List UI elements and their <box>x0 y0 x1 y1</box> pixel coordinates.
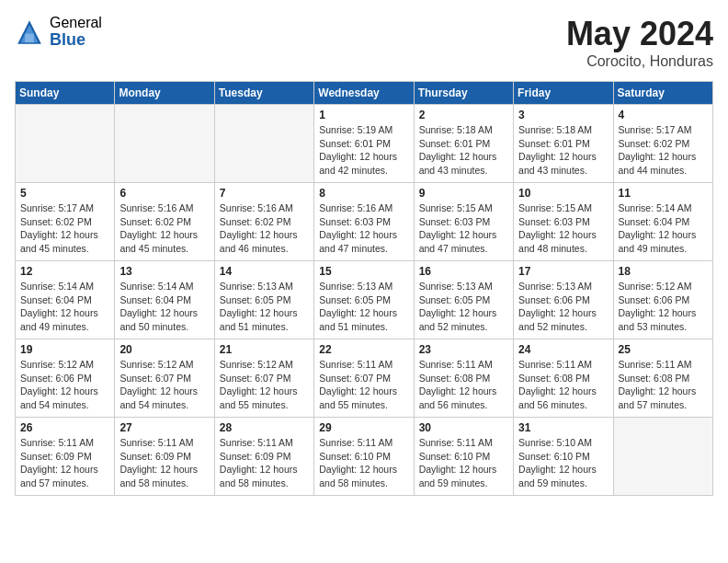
day-number: 13 <box>119 265 209 278</box>
day-number: 5 <box>20 187 109 200</box>
day-info: Sunrise: 5:11 AMSunset: 6:08 PMDaylight:… <box>518 358 608 412</box>
day-info: Sunrise: 5:13 AMSunset: 6:06 PMDaylight:… <box>518 280 608 334</box>
week-row-3: 12Sunrise: 5:14 AMSunset: 6:04 PMDayligh… <box>16 261 713 339</box>
calendar-cell: 4Sunrise: 5:17 AMSunset: 6:02 PMDaylight… <box>613 105 712 183</box>
day-info: Sunrise: 5:11 AMSunset: 6:10 PMDaylight:… <box>319 436 408 490</box>
calendar-cell: 21Sunrise: 5:12 AMSunset: 6:07 PMDayligh… <box>214 339 313 418</box>
calendar-cell: 13Sunrise: 5:14 AMSunset: 6:04 PMDayligh… <box>115 261 214 339</box>
day-number: 26 <box>20 421 109 434</box>
week-row-1: 1Sunrise: 5:19 AMSunset: 6:01 PMDaylight… <box>16 105 713 183</box>
day-info: Sunrise: 5:11 AMSunset: 6:08 PMDaylight:… <box>619 358 708 412</box>
day-info: Sunrise: 5:12 AMSunset: 6:07 PMDaylight:… <box>119 358 209 412</box>
column-header-wednesday: Wednesday <box>314 82 414 105</box>
calendar-cell: 10Sunrise: 5:15 AMSunset: 6:03 PMDayligh… <box>514 183 613 261</box>
day-number: 1 <box>319 109 408 121</box>
calendar-cell: 15Sunrise: 5:13 AMSunset: 6:05 PMDayligh… <box>314 261 414 339</box>
calendar-cell: 26Sunrise: 5:11 AMSunset: 6:09 PMDayligh… <box>16 418 115 496</box>
calendar-cell: 2Sunrise: 5:18 AMSunset: 6:01 PMDaylight… <box>414 105 513 183</box>
day-number: 8 <box>319 187 408 200</box>
calendar-cell: 3Sunrise: 5:18 AMSunset: 6:01 PMDaylight… <box>514 105 613 183</box>
day-number: 24 <box>518 343 608 356</box>
day-number: 14 <box>220 265 309 278</box>
day-info: Sunrise: 5:16 AMSunset: 6:03 PMDaylight:… <box>319 201 408 256</box>
calendar-cell <box>613 418 712 496</box>
day-number: 28 <box>220 421 309 434</box>
logo-text: General Blue <box>50 15 102 49</box>
day-info: Sunrise: 5:11 AMSunset: 6:09 PMDaylight:… <box>119 436 209 490</box>
day-number: 22 <box>319 343 408 356</box>
logo-general: General <box>50 15 102 31</box>
calendar-cell: 16Sunrise: 5:13 AMSunset: 6:05 PMDayligh… <box>414 261 513 339</box>
calendar-cell <box>214 105 313 183</box>
day-info: Sunrise: 5:11 AMSunset: 6:08 PMDaylight:… <box>419 358 508 412</box>
day-info: Sunrise: 5:13 AMSunset: 6:05 PMDaylight:… <box>319 280 408 334</box>
title-block: May 2024 Corocito, Honduras <box>566 15 713 70</box>
calendar-cell: 8Sunrise: 5:16 AMSunset: 6:03 PMDaylight… <box>314 183 414 261</box>
column-header-sunday: Sunday <box>16 82 115 105</box>
day-info: Sunrise: 5:11 AMSunset: 6:09 PMDaylight:… <box>220 436 309 490</box>
calendar-cell: 7Sunrise: 5:16 AMSunset: 6:02 PMDaylight… <box>214 183 313 261</box>
day-info: Sunrise: 5:17 AMSunset: 6:02 PMDaylight:… <box>619 123 708 178</box>
day-info: Sunrise: 5:11 AMSunset: 6:07 PMDaylight:… <box>319 358 408 412</box>
column-header-thursday: Thursday <box>414 82 513 105</box>
day-number: 16 <box>419 265 508 278</box>
day-info: Sunrise: 5:17 AMSunset: 6:02 PMDaylight:… <box>20 201 109 256</box>
day-number: 11 <box>619 187 708 200</box>
logo-blue: Blue <box>50 31 102 50</box>
day-info: Sunrise: 5:12 AMSunset: 6:06 PMDaylight:… <box>619 280 708 334</box>
day-number: 10 <box>518 187 608 200</box>
calendar-cell: 25Sunrise: 5:11 AMSunset: 6:08 PMDayligh… <box>613 339 712 418</box>
day-info: Sunrise: 5:18 AMSunset: 6:01 PMDaylight:… <box>419 123 508 178</box>
day-info: Sunrise: 5:14 AMSunset: 6:04 PMDaylight:… <box>119 280 209 334</box>
calendar-cell: 12Sunrise: 5:14 AMSunset: 6:04 PMDayligh… <box>16 261 115 339</box>
week-row-4: 19Sunrise: 5:12 AMSunset: 6:06 PMDayligh… <box>16 339 713 418</box>
day-info: Sunrise: 5:11 AMSunset: 6:10 PMDaylight:… <box>419 436 508 490</box>
calendar-table: SundayMondayTuesdayWednesdayThursdayFrid… <box>15 81 713 496</box>
day-number: 2 <box>419 109 508 121</box>
day-number: 18 <box>619 265 708 278</box>
calendar-cell: 20Sunrise: 5:12 AMSunset: 6:07 PMDayligh… <box>115 339 214 418</box>
calendar-cell: 27Sunrise: 5:11 AMSunset: 6:09 PMDayligh… <box>115 418 214 496</box>
day-number: 29 <box>319 421 408 434</box>
day-number: 9 <box>419 187 508 200</box>
calendar-cell: 24Sunrise: 5:11 AMSunset: 6:08 PMDayligh… <box>514 339 613 418</box>
calendar-header-row: SundayMondayTuesdayWednesdayThursdayFrid… <box>16 82 713 105</box>
column-header-friday: Friday <box>514 82 613 105</box>
calendar-cell: 9Sunrise: 5:15 AMSunset: 6:03 PMDaylight… <box>414 183 513 261</box>
day-number: 15 <box>319 265 408 278</box>
week-row-2: 5Sunrise: 5:17 AMSunset: 6:02 PMDaylight… <box>16 183 713 261</box>
calendar-cell: 5Sunrise: 5:17 AMSunset: 6:02 PMDaylight… <box>16 183 115 261</box>
day-number: 31 <box>518 421 608 434</box>
day-info: Sunrise: 5:15 AMSunset: 6:03 PMDaylight:… <box>419 201 508 256</box>
page-header: General Blue May 2024 Corocito, Honduras <box>15 15 713 70</box>
day-info: Sunrise: 5:12 AMSunset: 6:06 PMDaylight:… <box>20 358 109 412</box>
day-info: Sunrise: 5:15 AMSunset: 6:03 PMDaylight:… <box>518 201 608 256</box>
calendar-cell: 11Sunrise: 5:14 AMSunset: 6:04 PMDayligh… <box>613 183 712 261</box>
day-info: Sunrise: 5:14 AMSunset: 6:04 PMDaylight:… <box>20 280 109 334</box>
week-row-5: 26Sunrise: 5:11 AMSunset: 6:09 PMDayligh… <box>16 418 713 496</box>
day-number: 3 <box>518 109 608 121</box>
logo: General Blue <box>15 15 102 49</box>
day-number: 25 <box>619 343 708 356</box>
day-number: 12 <box>20 265 109 278</box>
calendar-cell <box>115 105 214 183</box>
calendar-cell: 19Sunrise: 5:12 AMSunset: 6:06 PMDayligh… <box>16 339 115 418</box>
calendar-cell: 22Sunrise: 5:11 AMSunset: 6:07 PMDayligh… <box>314 339 414 418</box>
day-info: Sunrise: 5:12 AMSunset: 6:07 PMDaylight:… <box>220 358 309 412</box>
column-header-saturday: Saturday <box>613 82 712 105</box>
month-title: May 2024 <box>566 15 713 53</box>
day-number: 23 <box>419 343 508 356</box>
calendar-cell: 18Sunrise: 5:12 AMSunset: 6:06 PMDayligh… <box>613 261 712 339</box>
day-info: Sunrise: 5:14 AMSunset: 6:04 PMDaylight:… <box>619 201 708 256</box>
location-subtitle: Corocito, Honduras <box>566 53 713 70</box>
day-number: 17 <box>518 265 608 278</box>
calendar-cell: 1Sunrise: 5:19 AMSunset: 6:01 PMDaylight… <box>314 105 414 183</box>
column-header-tuesday: Tuesday <box>214 82 313 105</box>
day-info: Sunrise: 5:13 AMSunset: 6:05 PMDaylight:… <box>419 280 508 334</box>
day-info: Sunrise: 5:10 AMSunset: 6:10 PMDaylight:… <box>518 436 608 490</box>
calendar-cell: 23Sunrise: 5:11 AMSunset: 6:08 PMDayligh… <box>414 339 513 418</box>
day-number: 7 <box>220 187 309 200</box>
day-number: 19 <box>20 343 109 356</box>
calendar-cell: 17Sunrise: 5:13 AMSunset: 6:06 PMDayligh… <box>514 261 613 339</box>
day-number: 30 <box>419 421 508 434</box>
